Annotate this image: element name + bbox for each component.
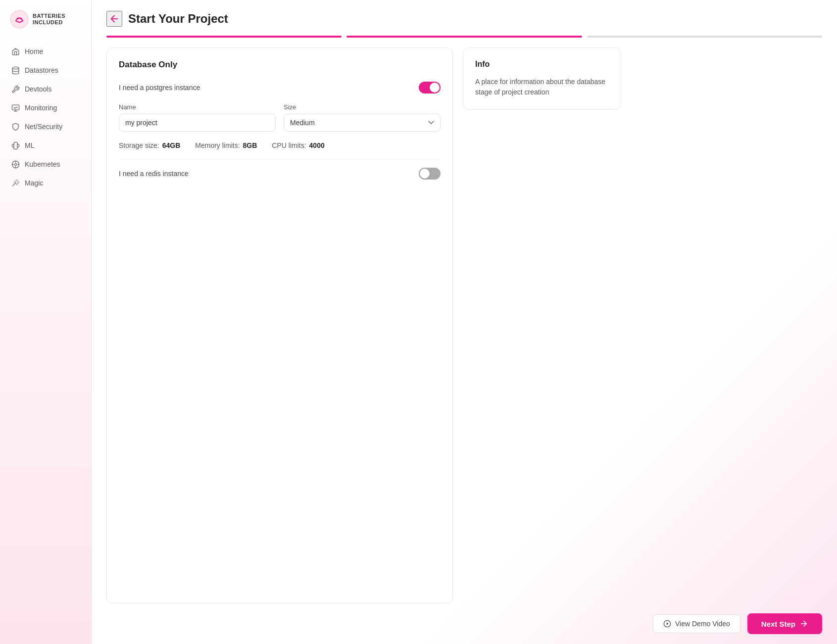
home-icon — [11, 47, 20, 56]
page-footer: View Demo Video Next Step — [92, 603, 837, 644]
logo-icon — [10, 10, 29, 29]
datastores-icon — [11, 66, 20, 75]
size-select[interactable]: Small Medium Large XLarge — [284, 114, 441, 132]
back-button[interactable] — [106, 11, 122, 27]
app-tagline: INCLUDED — [33, 19, 65, 26]
sidebar: BATTERIES INCLUDED Home Da — [0, 0, 92, 644]
specs-row: Storage size: 64GB Memory limits: 8GB CP… — [119, 141, 441, 149]
sidebar-item-kubernetes[interactable]: Kubernetes — [5, 155, 86, 173]
sidebar-label-datastores: Datastores — [25, 66, 58, 74]
memory-spec: Memory limits: 8GB — [195, 141, 257, 149]
sidebar-label-kubernetes: Kubernetes — [25, 160, 60, 168]
sidebar-label-ml: ML — [25, 141, 34, 149]
net-security-icon — [11, 122, 20, 131]
redis-toggle-row: I need a redis instance — [119, 168, 441, 180]
sidebar-item-ml[interactable]: ML — [5, 137, 86, 154]
postgres-toggle-knob — [430, 83, 440, 92]
name-field-group: Name — [119, 103, 276, 132]
svg-point-0 — [10, 10, 28, 28]
sidebar-label-monitoring: Monitoring — [25, 104, 57, 112]
next-step-button[interactable]: Next Step — [747, 613, 822, 634]
sidebar-item-monitoring[interactable]: Monitoring — [5, 99, 86, 117]
main-content: Start Your Project Database Only I need … — [92, 0, 837, 644]
content-area: Database Only I need a postgres instance… — [92, 47, 837, 603]
name-input[interactable] — [119, 114, 276, 132]
database-card: Database Only I need a postgres instance… — [106, 47, 453, 603]
redis-toggle[interactable] — [419, 168, 441, 180]
play-icon — [663, 620, 671, 628]
page-title: Start Your Project — [128, 12, 228, 26]
cpu-label: CPU limits: — [272, 141, 306, 149]
progress-segment-1 — [106, 36, 342, 38]
magic-icon — [11, 179, 20, 187]
memory-label: Memory limits: — [195, 141, 240, 149]
name-label: Name — [119, 103, 276, 111]
sidebar-item-net-security[interactable]: Net/Security — [5, 118, 86, 136]
redis-toggle-knob — [420, 169, 430, 179]
arrow-right-icon — [799, 619, 808, 628]
page-header: Start Your Project — [92, 0, 837, 27]
svg-point-1 — [12, 67, 19, 69]
demo-video-button[interactable]: View Demo Video — [653, 614, 740, 633]
memory-value: 8GB — [243, 141, 257, 149]
back-arrow-icon — [109, 13, 120, 24]
demo-btn-label: View Demo Video — [675, 620, 730, 628]
postgres-toggle-row: I need a postgres instance — [119, 82, 441, 93]
storage-label: Storage size: — [119, 141, 159, 149]
sidebar-nav: Home Datastores Devtools — [0, 43, 91, 192]
progress-segment-3 — [587, 36, 822, 38]
progress-segment-2 — [346, 36, 582, 38]
postgres-toggle[interactable] — [419, 82, 441, 93]
logo: BATTERIES INCLUDED — [0, 10, 91, 43]
sidebar-item-datastores[interactable]: Datastores — [5, 61, 86, 79]
redis-toggle-label: I need a redis instance — [119, 170, 189, 178]
sidebar-label-magic: Magic — [25, 179, 43, 187]
ml-icon — [11, 141, 20, 150]
next-btn-label: Next Step — [761, 620, 795, 628]
storage-value: 64GB — [162, 141, 181, 149]
storage-spec: Storage size: 64GB — [119, 141, 180, 149]
sidebar-label-devtools: Devtools — [25, 85, 51, 93]
info-panel-title: Info — [475, 60, 609, 69]
svg-marker-6 — [667, 622, 669, 625]
size-label: Size — [284, 103, 441, 111]
sidebar-item-devtools[interactable]: Devtools — [5, 80, 86, 98]
sidebar-label-net-security: Net/Security — [25, 123, 62, 131]
size-field-group: Size Small Medium Large XLarge — [284, 103, 441, 132]
kubernetes-icon — [11, 160, 20, 169]
cpu-spec: CPU limits: 4000 — [272, 141, 324, 149]
progress-bar — [92, 27, 837, 47]
sidebar-label-home: Home — [25, 47, 43, 55]
postgres-fields-row: Name Size Small Medium Large XLarge — [119, 103, 441, 132]
info-panel: Info A place for information about the d… — [463, 47, 621, 110]
card-divider — [119, 159, 441, 160]
postgres-toggle-label: I need a postgres instance — [119, 84, 200, 92]
app-name: BATTERIES — [33, 13, 65, 19]
info-panel-text: A place for information about the databa… — [475, 77, 609, 97]
database-card-title: Database Only — [119, 60, 441, 70]
monitoring-icon — [11, 103, 20, 112]
sidebar-item-home[interactable]: Home — [5, 43, 86, 60]
cpu-value: 4000 — [309, 141, 325, 149]
devtools-icon — [11, 85, 20, 93]
svg-point-4 — [14, 163, 16, 165]
sidebar-item-magic[interactable]: Magic — [5, 174, 86, 192]
